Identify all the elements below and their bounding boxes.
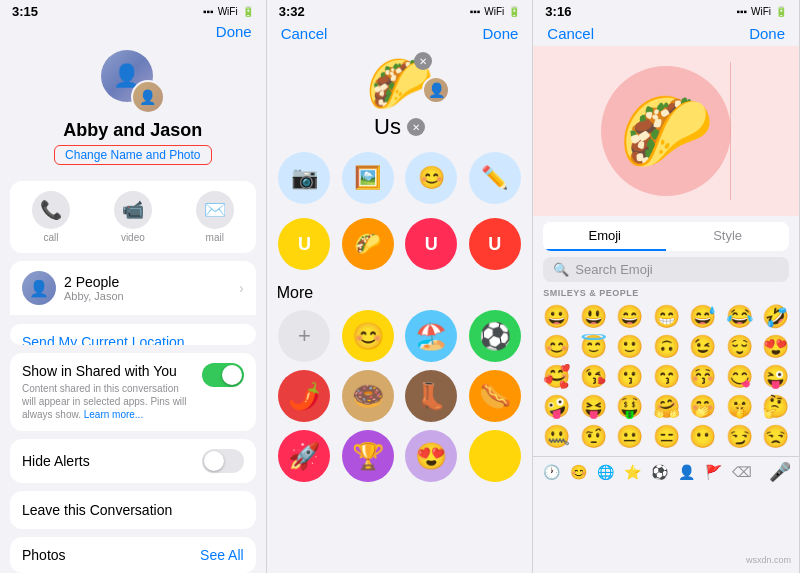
emoji-cell[interactable]: 😍 bbox=[758, 332, 793, 362]
chili-circle[interactable]: 🌶️ bbox=[278, 370, 330, 422]
bubble-taco[interactable]: 🌮 bbox=[342, 218, 394, 270]
boot-circle[interactable]: 👢 bbox=[405, 370, 457, 422]
emoji-cell[interactable]: 😃 bbox=[576, 302, 611, 332]
star-icon[interactable]: ⭐ bbox=[622, 462, 643, 482]
emoji-cell[interactable]: 🤗 bbox=[649, 392, 684, 422]
emoji-cell[interactable]: 🤭 bbox=[685, 392, 720, 422]
emoji-cell[interactable]: 🙃 bbox=[649, 332, 684, 362]
people-row[interactable]: 👤 2 People Abby, Jason › bbox=[10, 261, 256, 315]
done-button-3[interactable]: Done bbox=[749, 25, 785, 42]
emoji-grid-row1: 😀 😃 😄 😁 😅 😂 🤣 bbox=[539, 302, 793, 332]
emoji-cell[interactable]: 😚 bbox=[685, 362, 720, 392]
emoji-cell[interactable]: 🙂 bbox=[612, 332, 647, 362]
photo-icon-btn[interactable]: 🖼️ bbox=[342, 152, 394, 204]
people-info: 2 People Abby, Jason bbox=[64, 274, 124, 302]
emoji-cell[interactable]: 😀 bbox=[539, 302, 574, 332]
panel-emoji-picker: 3:32 ▪▪▪ WiFi 🔋 Cancel Done ✕ 🌮 👤 Us ✕ 📷… bbox=[267, 0, 534, 573]
globe-icon[interactable]: 🌐 bbox=[595, 462, 616, 482]
signal-icon-2: ▪▪▪ bbox=[470, 6, 481, 17]
emoji-cell[interactable]: 😊 bbox=[539, 332, 574, 362]
sports-icon[interactable]: ⚽ bbox=[649, 462, 670, 482]
send-location-link[interactable]: Send My Current Location bbox=[10, 324, 256, 345]
trophy-circle[interactable]: 🏆 bbox=[342, 430, 394, 482]
status-icons-3: ▪▪▪ WiFi 🔋 bbox=[736, 6, 787, 17]
person-icon[interactable]: 👤 bbox=[676, 462, 697, 482]
emoji-cell[interactable]: 😙 bbox=[649, 362, 684, 392]
learn-more-link[interactable]: Learn more... bbox=[84, 409, 143, 420]
soccer-circle[interactable]: ⚽ bbox=[469, 310, 521, 362]
emoji-cell[interactable]: 😋 bbox=[722, 362, 757, 392]
leave-conversation-label: Leave this Conversation bbox=[22, 502, 172, 518]
emoji-cell[interactable]: 😉 bbox=[685, 332, 720, 362]
emoji-cell[interactable]: 😝 bbox=[576, 392, 611, 422]
emoji-cell[interactable]: 🤫 bbox=[722, 392, 757, 422]
smiley-circle[interactable]: 😊 bbox=[342, 310, 394, 362]
edit-icon-btn[interactable]: ✏️ bbox=[469, 152, 521, 204]
emoji-cell[interactable]: 😐 bbox=[612, 422, 647, 452]
cancel-button-2[interactable]: Cancel bbox=[281, 25, 328, 42]
emoji-cell[interactable]: 🤐 bbox=[539, 422, 574, 452]
bubble-u-2[interactable]: U bbox=[405, 218, 457, 270]
emoji-cell[interactable]: 🤑 bbox=[612, 392, 647, 422]
toggle-title: Show in Shared with You bbox=[22, 363, 194, 379]
emoji-cell[interactable]: 😂 bbox=[722, 302, 757, 332]
shared-with-you-toggle[interactable] bbox=[202, 363, 244, 387]
emoji-cell[interactable]: 😗 bbox=[612, 362, 647, 392]
call-action[interactable]: 📞 call bbox=[32, 191, 70, 243]
bubble-u-3[interactable]: U bbox=[469, 218, 521, 270]
cancel-button-3[interactable]: Cancel bbox=[547, 25, 594, 42]
emoji-search-bar[interactable]: 🔍 Search Emoji bbox=[543, 257, 789, 282]
tab-style[interactable]: Style bbox=[666, 222, 789, 251]
empty-circle[interactable] bbox=[469, 430, 521, 482]
emoji-cell[interactable]: 😶 bbox=[685, 422, 720, 452]
leave-conversation-row[interactable]: Leave this Conversation bbox=[10, 491, 256, 529]
mail-action[interactable]: ✉️ mail bbox=[196, 191, 234, 243]
battery-icon-3: 🔋 bbox=[775, 6, 787, 17]
hide-alerts-toggle[interactable] bbox=[202, 449, 244, 473]
emoji-cell[interactable]: 😇 bbox=[576, 332, 611, 362]
add-circle-btn[interactable]: + bbox=[278, 310, 330, 362]
emoji-cell[interactable]: 🤨 bbox=[576, 422, 611, 452]
preview-taco-emoji: 🌮 bbox=[619, 87, 714, 176]
emoji-icon-btn[interactable]: 😊 bbox=[405, 152, 457, 204]
mic-icon[interactable]: 🎤 bbox=[769, 461, 791, 483]
emoji-cell[interactable]: 😅 bbox=[685, 302, 720, 332]
delete-icon[interactable]: ⌫ bbox=[730, 462, 754, 482]
emoji-cell[interactable]: 😏 bbox=[722, 422, 757, 452]
panel2-content: ✕ 🌮 👤 Us ✕ 📷 🖼️ 😊 ✏️ U 🌮 U U More + 😊 🏖️… bbox=[267, 46, 533, 573]
emoji-cell[interactable]: 😒 bbox=[758, 422, 793, 452]
preview-circle: 🌮 bbox=[601, 66, 731, 196]
avatar-section: 👤 👤 Abby and Jason Change Name and Photo bbox=[0, 44, 266, 173]
search-icon: 🔍 bbox=[553, 262, 569, 277]
mail-icon: ✉️ bbox=[196, 191, 234, 229]
emoji-cell[interactable]: 🤔 bbox=[758, 392, 793, 422]
done-button-2[interactable]: Done bbox=[482, 25, 518, 42]
change-name-photo-button[interactable]: Change Name and Photo bbox=[54, 145, 211, 165]
emoji-cell[interactable]: 🥰 bbox=[539, 362, 574, 392]
emoji-cell[interactable]: 😑 bbox=[649, 422, 684, 452]
rocket-circle[interactable]: 🚀 bbox=[278, 430, 330, 482]
heart-eyes-circle[interactable]: 😍 bbox=[405, 430, 457, 482]
donut-circle[interactable]: 🍩 bbox=[342, 370, 394, 422]
emoji-cell[interactable]: 😄 bbox=[612, 302, 647, 332]
beach-circle[interactable]: 🏖️ bbox=[405, 310, 457, 362]
camera-icon-btn[interactable]: 📷 bbox=[278, 152, 330, 204]
emoji-cell[interactable]: 🤣 bbox=[758, 302, 793, 332]
smiley-icon[interactable]: 😊 bbox=[568, 462, 589, 482]
clock-icon[interactable]: 🕐 bbox=[541, 462, 562, 482]
flag-icon[interactable]: 🚩 bbox=[703, 462, 724, 482]
clear-name-button[interactable]: ✕ bbox=[407, 118, 425, 136]
bubble-u-1[interactable]: U bbox=[278, 218, 330, 270]
emoji-cell[interactable]: 😜 bbox=[758, 362, 793, 392]
emoji-cell[interactable]: 🤪 bbox=[539, 392, 574, 422]
emoji-cell[interactable]: 😌 bbox=[722, 332, 757, 362]
see-all-button[interactable]: See All bbox=[200, 547, 244, 563]
emoji-preview-area: 🌮 bbox=[533, 46, 799, 216]
done-button-1[interactable]: Done bbox=[216, 23, 252, 40]
hotdog-circle[interactable]: 🌭 bbox=[469, 370, 521, 422]
video-action[interactable]: 📹 video bbox=[114, 191, 152, 243]
emoji-cell[interactable]: 😁 bbox=[649, 302, 684, 332]
emoji-cell[interactable]: 😘 bbox=[576, 362, 611, 392]
people-count: 2 People bbox=[64, 274, 124, 290]
tab-emoji[interactable]: Emoji bbox=[543, 222, 666, 251]
